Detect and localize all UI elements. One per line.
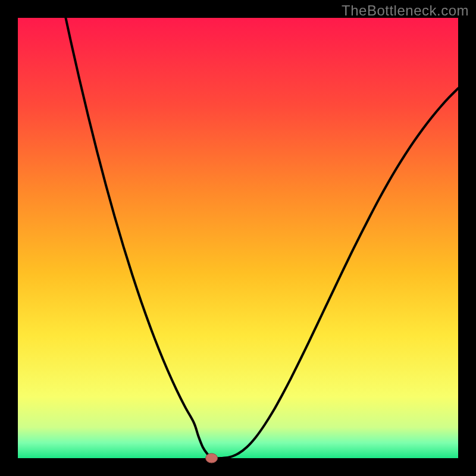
optimal-point-marker	[206, 453, 218, 463]
chart-background-gradient	[18, 18, 458, 458]
watermark-text: TheBottleneck.com	[342, 2, 469, 19]
chart-canvas	[0, 0, 476, 476]
bottleneck-chart: TheBottleneck.com	[0, 0, 476, 476]
